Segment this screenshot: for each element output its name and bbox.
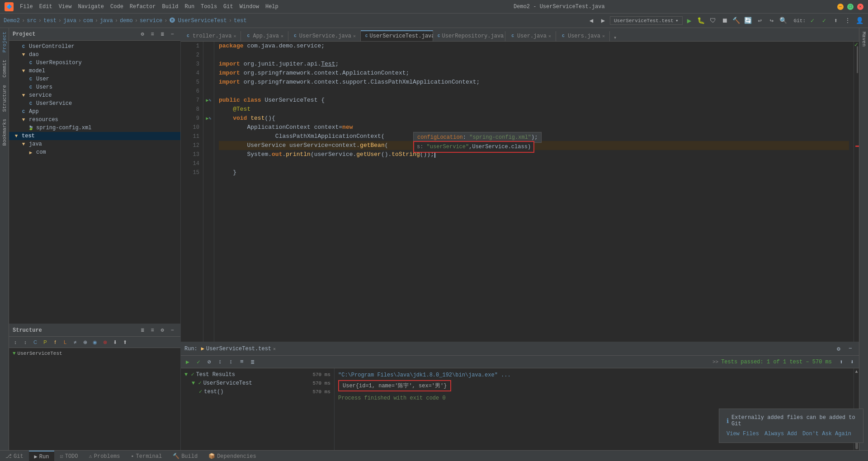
struct-btn-7[interactable]: ≠ bbox=[71, 338, 80, 347]
tree-item-userservice[interactable]: C UserService bbox=[9, 99, 180, 108]
menu-git[interactable]: Git bbox=[221, 3, 236, 11]
tab-userrepository[interactable]: C UserRepository.java ✕ bbox=[433, 31, 505, 41]
menu-code[interactable]: Code bbox=[108, 3, 126, 11]
structure-sort-button[interactable]: ≣ bbox=[138, 326, 147, 335]
run-tree-class[interactable]: ▼ ✓ UserServiceTest 570 ms bbox=[181, 379, 334, 387]
menu-bar[interactable]: File Edit View Navigate Code Refactor Bu… bbox=[17, 3, 281, 11]
menu-file[interactable]: File bbox=[17, 3, 36, 11]
tab-users[interactable]: C Users.java ✕ bbox=[556, 31, 610, 41]
struct-btn-8[interactable]: ⊕ bbox=[80, 338, 90, 347]
run-down-button[interactable]: ⬇ bbox=[847, 357, 857, 367]
bottom-tab-run[interactable]: ▶ Run bbox=[29, 451, 55, 461]
run-up-button[interactable]: ⬆ bbox=[836, 357, 846, 367]
menu-edit[interactable]: Edit bbox=[37, 3, 55, 11]
project-close-button[interactable]: − bbox=[168, 30, 177, 39]
search-button[interactable]: 🔍 bbox=[778, 16, 788, 26]
bottom-tab-git[interactable]: ⎇ Git bbox=[0, 451, 29, 461]
sync-button[interactable]: 🔄 bbox=[743, 16, 753, 26]
git-check-button[interactable]: ✓ bbox=[807, 16, 817, 26]
structure-item-userservicetest[interactable]: ▼ UserServiceTest bbox=[13, 350, 177, 357]
tree-item-user[interactable]: C User bbox=[9, 75, 180, 83]
run-panel-minimize[interactable]: − bbox=[845, 344, 855, 354]
run-more-button[interactable]: >> bbox=[712, 359, 718, 365]
close-button[interactable]: ✕ bbox=[857, 4, 863, 10]
build-button[interactable]: 🔨 bbox=[731, 16, 741, 26]
code-content[interactable]: package com.java.demo.service; import or… bbox=[214, 42, 854, 342]
struct-btn-10[interactable]: ⊗ bbox=[100, 338, 109, 347]
breadcrumb-demo2[interactable]: Demo2 bbox=[4, 18, 20, 24]
bottom-tab-terminal[interactable]: ▪ Terminal bbox=[125, 452, 167, 461]
tab-user[interactable]: C User.java ✕ bbox=[505, 31, 556, 41]
tab-close-app[interactable]: ✕ bbox=[281, 33, 283, 39]
tree-item-springconfig[interactable]: 🍃 spring-config.xml bbox=[9, 124, 180, 132]
tree-item-app[interactable]: C App bbox=[9, 108, 180, 116]
bottom-tab-dependencies[interactable]: 📦 Dependencies bbox=[203, 451, 261, 461]
menu-view[interactable]: View bbox=[56, 3, 75, 11]
git-dont-ask-link[interactable]: Don't Ask Again bbox=[802, 431, 851, 437]
project-settings-button[interactable]: ≣ bbox=[158, 30, 167, 39]
minimize-button[interactable]: ─ bbox=[837, 4, 844, 10]
scroll-up-button[interactable]: ▲ bbox=[854, 368, 859, 375]
struct-btn-2[interactable]: ↕ bbox=[21, 338, 30, 347]
struct-btn-4[interactable]: P bbox=[41, 338, 50, 347]
tab-close-user[interactable]: ✕ bbox=[548, 33, 551, 39]
menu-refactor[interactable]: Refactor bbox=[127, 3, 159, 11]
menu-tools[interactable]: Tools bbox=[198, 3, 220, 11]
redo-button[interactable]: ↪ bbox=[767, 16, 777, 26]
maximize-button[interactable]: □ bbox=[847, 4, 854, 10]
left-tool-structure[interactable]: Structure bbox=[1, 81, 8, 115]
run-tab-userservicetest[interactable]: ▶ UserServiceTest.test ✕ bbox=[201, 345, 276, 352]
struct-btn-1[interactable]: ↕ bbox=[11, 338, 20, 347]
tab-userservice[interactable]: C UserService.java ✕ bbox=[288, 31, 361, 41]
bottom-tab-problems[interactable]: ⚠ Problems bbox=[84, 451, 126, 461]
run-align2-button[interactable]: ≣ bbox=[248, 357, 258, 367]
stop-button[interactable]: ⏹ bbox=[720, 16, 730, 26]
run-panel-settings[interactable]: ⚙ bbox=[834, 344, 844, 354]
git-push-button[interactable]: ⬆ bbox=[831, 16, 841, 26]
debug-button[interactable]: 🐛 bbox=[696, 16, 706, 26]
structure-sort2-button[interactable]: ≡ bbox=[148, 326, 157, 335]
tree-item-com[interactable]: ▶ com bbox=[9, 148, 180, 156]
git-profile-button[interactable]: 👤 bbox=[854, 16, 864, 26]
tab-troller[interactable]: C troller.java ✕ bbox=[181, 31, 241, 41]
tree-item-resources[interactable]: ▼ resources bbox=[9, 116, 180, 124]
breadcrumb-java[interactable]: java bbox=[63, 18, 76, 24]
maven-tool-button[interactable]: Maven bbox=[860, 28, 868, 50]
left-tool-project[interactable]: Project bbox=[1, 28, 8, 56]
struct-btn-11[interactable]: ⬇ bbox=[110, 338, 119, 347]
tab-app[interactable]: C App.java ✕ bbox=[241, 31, 288, 41]
tree-item-dao[interactable]: ▼ dao bbox=[9, 51, 180, 59]
breadcrumb-demo[interactable]: demo bbox=[120, 18, 133, 24]
tree-item-model[interactable]: ▼ model bbox=[9, 67, 180, 75]
project-collapse-button[interactable]: ≡ bbox=[148, 30, 157, 39]
undo-button[interactable]: ↩ bbox=[755, 16, 765, 26]
bottom-tab-build[interactable]: 🔨 Build bbox=[167, 451, 203, 461]
tab-close-users[interactable]: ✕ bbox=[602, 33, 605, 39]
menu-run[interactable]: Run bbox=[182, 3, 197, 11]
git-view-files-link[interactable]: View Files bbox=[726, 431, 759, 437]
breadcrumb-test[interactable]: test bbox=[43, 18, 57, 24]
breadcrumb-method[interactable]: test bbox=[234, 18, 247, 24]
breadcrumb-com[interactable]: com bbox=[83, 18, 93, 24]
struct-btn-5[interactable]: f bbox=[51, 338, 60, 347]
bottom-tab-todo[interactable]: ☑ TODO bbox=[54, 451, 83, 461]
run-sort2-button[interactable]: ↕ bbox=[226, 357, 236, 367]
coverage-button[interactable]: 🛡 bbox=[708, 16, 718, 26]
menu-navigate[interactable]: Navigate bbox=[75, 3, 107, 11]
breadcrumb-class[interactable]: 🅜 UserServiceTest bbox=[170, 17, 227, 24]
tab-more-button[interactable]: ▾ bbox=[612, 34, 618, 41]
breadcrumb-service[interactable]: service bbox=[140, 18, 162, 24]
menu-build[interactable]: Build bbox=[159, 3, 181, 11]
run-button[interactable]: ▶ bbox=[684, 16, 694, 26]
nav-forward-button[interactable]: ▶ bbox=[598, 16, 608, 26]
run-tree-results[interactable]: ▼ ✓ Test Results 570 ms bbox=[181, 370, 334, 379]
tab-userservicetest[interactable]: C UserServiceTest.java ✕ bbox=[361, 30, 433, 41]
run-sort1-button[interactable]: ↕ bbox=[215, 357, 225, 367]
window-controls[interactable]: ─ □ ✕ bbox=[837, 4, 863, 10]
breadcrumb-java2[interactable]: java bbox=[100, 18, 113, 24]
tree-item-userrepository[interactable]: C UserRepository bbox=[9, 59, 180, 67]
tree-item-users[interactable]: C Users bbox=[9, 83, 180, 91]
git-check2-button[interactable]: ✓ bbox=[819, 16, 829, 26]
run-config-selector[interactable]: UserServiceTest.test ▾ bbox=[610, 16, 683, 25]
struct-btn-12[interactable]: ⬆ bbox=[120, 338, 129, 347]
